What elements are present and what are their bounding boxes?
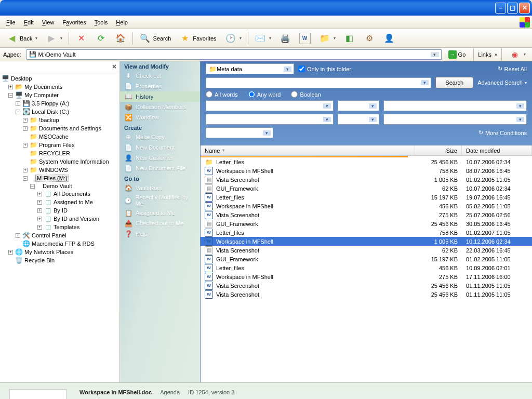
back-button[interactable]: ◀Back — [3, 31, 41, 46]
tree-svi[interactable]: 📁System Volume Information — [1, 157, 118, 166]
tree-recycler[interactable]: 📁RECYCLER — [1, 149, 118, 157]
tree-mfiles[interactable]: −M-Files (M:) — [1, 174, 118, 182]
favorites-button[interactable]: ★Favorites — [176, 31, 219, 46]
tree-desktop[interactable]: 🖥️Desktop — [1, 74, 118, 83]
search-button[interactable]: Search — [435, 77, 473, 88]
filter1-val[interactable]: ▾ — [383, 100, 527, 111]
task-new-doc[interactable]: 📄New Document — [120, 142, 200, 153]
filter2-prop[interactable]: ▾ — [206, 114, 334, 125]
tree-assigned[interactable]: +◫Assigned to Me — [1, 198, 118, 206]
menu-help[interactable]: Help — [112, 17, 132, 28]
task-vault-root[interactable]: 🏠Vault Root — [120, 183, 200, 193]
file-row[interactable]: ▤GUI_Framework62 KB10.07.2006 02:34 — [201, 184, 532, 193]
messenger-button[interactable]: 👤 — [380, 31, 398, 46]
task-assigned[interactable]: 📋Assigned to Me — [120, 208, 200, 218]
search-scope-select[interactable]: 📁Meta data▾ — [206, 63, 294, 74]
folder-tree[interactable]: 🖥️Desktop +📂My Documents −My Computer +💾… — [0, 72, 119, 382]
home-button[interactable]: 🏠 — [112, 31, 129, 46]
tree-windows[interactable]: +📁WINDOWS — [1, 166, 118, 174]
menu-favorites[interactable]: Favorites — [58, 17, 90, 28]
maximize-button[interactable]: ▢ — [507, 3, 518, 14]
task-checkout[interactable]: ⬇Check out — [120, 71, 200, 81]
file-row[interactable]: WGUI_Framework15 197 KB01.02.2005 11:05 — [201, 255, 532, 263]
menu-edit[interactable]: Edit — [20, 17, 38, 28]
reset-all-link[interactable]: ↻Reset All — [498, 65, 527, 72]
menu-tools[interactable]: Tools — [90, 17, 112, 28]
tree-docs-settings[interactable]: +📁Documents and Settings — [1, 124, 118, 132]
go-button[interactable]: →Go — [445, 49, 470, 60]
menu-file[interactable]: FFileile — [2, 17, 20, 28]
tree-templates[interactable]: +◫Templates — [1, 223, 118, 231]
radio-boolean[interactable]: Boolean — [291, 91, 321, 98]
menu-view[interactable]: View — [38, 17, 59, 28]
task-new-cust[interactable]: 👤New Customer — [120, 153, 200, 163]
links-label[interactable]: Links — [478, 51, 491, 58]
address-input[interactable]: 💾 M:\Demo Vault ▾ — [26, 49, 442, 60]
address-dropdown[interactable]: ▾ — [431, 52, 439, 57]
tree-floppy[interactable]: +💾3.5 Floppy (A:) — [1, 99, 118, 108]
tree-by-id[interactable]: +◫By ID — [1, 206, 118, 215]
task-properties[interactable]: 📄Properties — [120, 81, 200, 91]
tree-msocache[interactable]: 📁MSOCache — [1, 132, 118, 141]
task-help[interactable]: ❓Help — [120, 229, 200, 239]
file-row[interactable]: WWorkspace in MFShell758 KB08.07.2006 16… — [201, 166, 532, 175]
edit-button[interactable]: W — [296, 31, 314, 46]
task-history[interactable]: 📖History — [120, 91, 200, 102]
forward-button[interactable]: ▶ — [43, 31, 65, 46]
only-folder-checkbox[interactable]: Only in this folder — [298, 65, 351, 72]
tree-local-disk[interactable]: −Local Disk (C:) — [1, 108, 118, 116]
tree-recycle[interactable]: 🗑️Recycle Bin — [1, 256, 118, 264]
file-row[interactable]: ▤Vista Screenshot62 KB22.03.2006 16:45 — [201, 246, 532, 255]
tree-close-button[interactable]: × — [0, 61, 119, 72]
radio-any-word[interactable]: Any word — [248, 91, 281, 98]
radio-all-words[interactable]: All words — [206, 91, 238, 98]
filter2-op[interactable]: ▾ — [338, 114, 379, 125]
refresh-button[interactable]: ⟳ — [92, 31, 110, 46]
print-button[interactable]: 🖨️ — [276, 31, 294, 46]
file-row[interactable]: 📁Letter_files25 456 KB10.07.2006 02:34 — [201, 157, 532, 166]
extra1-button[interactable]: ◧ — [341, 31, 358, 46]
tree-all-docs[interactable]: +◫All Documents — [1, 190, 118, 198]
file-row[interactable]: ▤Vista Screenshot1 005 KB01.02.2005 11:0… — [201, 175, 532, 184]
task-new-doc-file[interactable]: 📄New Document File — [120, 163, 200, 174]
file-row[interactable]: ▤GUI_Framework25 456 KB30.05.2006 16:45 — [201, 219, 532, 228]
extra-toolbar-button[interactable]: ◉ — [506, 47, 529, 62]
filter2-val[interactable]: ▾ — [383, 114, 527, 125]
filter1-op[interactable]: ▾ — [338, 100, 379, 111]
minimize-button[interactable]: – — [495, 3, 506, 14]
tree-by-id-ver[interactable]: +◫By ID and Version — [1, 215, 118, 223]
tree-program-files[interactable]: +📁Program Files — [1, 141, 118, 149]
file-row[interactable]: WVista Screenshot25 456 KB01.11.2005 11:… — [201, 290, 532, 299]
tree-my-computer[interactable]: −My Computer — [1, 91, 118, 99]
close-button[interactable]: ✕ — [519, 3, 530, 14]
discuss-button[interactable]: 📁 — [316, 31, 339, 46]
col-size[interactable]: Size — [415, 145, 462, 155]
tree-backup[interactable]: +📁!backup — [1, 116, 118, 124]
task-workflow[interactable]: 🔀Workflow — [120, 112, 200, 123]
mail-button[interactable]: ✉️ — [251, 31, 274, 46]
task-collection[interactable]: 📦Collection Members — [120, 102, 200, 112]
task-recent[interactable]: 🕑Recently Modified by Me — [120, 193, 200, 208]
task-make-copy[interactable]: ⊕Make Copy — [120, 132, 200, 142]
tree-demo-vault[interactable]: −Demo Vault — [1, 182, 118, 190]
advanced-search-link[interactable]: Advanced Search ▾ — [477, 79, 527, 86]
extra2-button[interactable]: ⚙ — [361, 31, 378, 46]
file-row[interactable]: WWorkspace in MFShell275 KB17.11.2006 16… — [201, 272, 532, 281]
file-row[interactable]: WLetter_files456 KB10.09.2006 02:01 — [201, 263, 532, 272]
tree-network[interactable]: +🌐My Network Places — [1, 248, 118, 256]
filter3-prop[interactable]: ▾ — [206, 127, 273, 138]
file-row[interactable]: WWorkspace in MFShell1 005 KB10.12.2006 … — [201, 237, 532, 246]
task-checkedout[interactable]: 📤Checked out to Me — [120, 218, 200, 229]
file-row[interactable]: WVista Screenshot275 KB25.07.2006 02:56 — [201, 210, 532, 219]
tree-my-documents[interactable]: +📂My Documents — [1, 83, 118, 91]
col-date[interactable]: Date modifed — [462, 145, 532, 155]
links-chevron[interactable]: » — [495, 52, 497, 57]
file-row[interactable]: WLetter_files15 197 KB19.07.2006 16:45 — [201, 193, 532, 202]
more-conditions-link[interactable]: ↻More Conditions — [478, 129, 527, 136]
search-text-input[interactable]: ▾ — [206, 77, 431, 88]
file-row[interactable]: WWorkspace in MFShell456 KB05.02.2005 11… — [201, 202, 532, 210]
file-row[interactable]: WLetter_files758 KB01.02.2007 11:05 — [201, 228, 532, 237]
filter1-prop[interactable]: ▾ — [206, 100, 334, 111]
stop-button[interactable]: ✕ — [72, 31, 90, 46]
search-button[interactable]: 🔍Search — [136, 31, 174, 46]
